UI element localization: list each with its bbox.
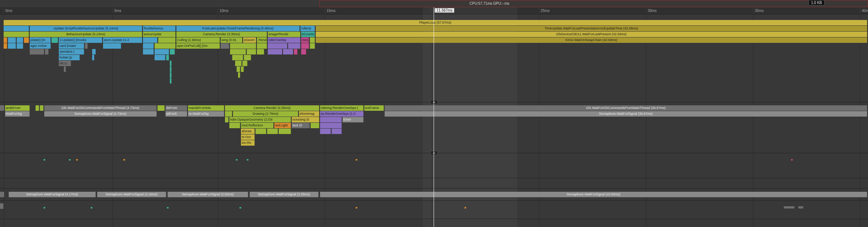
bar[interactable]: ndering.RenderOverlays ( xyxy=(320,105,364,111)
bar-update2[interactable]: 2.Update() [Invoke xyxy=(59,37,102,43)
bar[interactable] xyxy=(170,72,172,78)
bar[interactable] xyxy=(170,49,175,54)
bar[interactable]: nt Occ xyxy=(241,134,255,140)
bar[interactable] xyxy=(166,55,169,60)
bar[interactable] xyxy=(4,26,29,31)
bar[interactable] xyxy=(301,43,309,49)
bar[interactable] xyxy=(230,43,256,49)
main-thread-track[interactable]: PlayerLoop (57.67ms) Update.ScriptRunBeh… xyxy=(0,20,868,96)
bar[interactable] xyxy=(85,43,88,49)
bar[interactable] xyxy=(241,66,244,72)
bar-gfx-wait-commands[interactable]: Gfx.WaitForGfxCommandsFromMainThread (4.… xyxy=(44,105,157,111)
bar[interactable]: entFrame xyxy=(364,105,384,111)
bar[interactable] xyxy=(247,49,256,54)
bar[interactable] xyxy=(255,129,266,134)
bar-sema-wait[interactable]: Semaphore.WaitForSignal (4.73ms) xyxy=(44,111,157,117)
bar[interactable]: wing (0.91 xyxy=(221,37,242,43)
bar-deferred-reflection[interactable]: rred.Reflection xyxy=(241,123,274,128)
bar[interactable]: aviourUpdat xyxy=(143,32,176,37)
bar[interactable] xyxy=(0,203,4,209)
bar[interactable] xyxy=(267,129,278,134)
bar[interactable]: ion.Re xyxy=(241,140,255,146)
bar[interactable] xyxy=(30,49,44,54)
bar[interactable] xyxy=(52,37,58,43)
time-ruler[interactable]: 0ms 5ms 10ms 15ms 20ms 25ms 30ms 35ms 40… xyxy=(0,7,868,15)
bar[interactable]: nderOverlay xyxy=(268,37,300,43)
bar[interactable] xyxy=(0,192,4,197)
bar-sema-wait[interactable]: Semaphore.WaitForSignal (3.25ms) xyxy=(250,192,319,197)
bar-onprecull[interactable]: ayer.OnPreCull() [Inv xyxy=(176,43,220,49)
bar[interactable]: .RenderOver xyxy=(257,37,267,43)
bar[interactable] xyxy=(237,66,240,72)
bar[interactable] xyxy=(76,159,78,161)
track-collapse-toggle[interactable]: ▲ xyxy=(430,100,438,104)
bar[interactable] xyxy=(247,159,249,161)
bar[interactable] xyxy=(310,37,315,43)
bar-time-update-wait[interactable]: TimeUpdate.WaitForLastPresentationAndUpd… xyxy=(316,26,867,31)
bar[interactable] xyxy=(798,206,803,208)
bar[interactable] xyxy=(784,206,795,208)
bar[interactable] xyxy=(238,72,240,78)
bar[interactable]: mergeO xyxy=(301,37,309,43)
bar[interactable]: as.RenderOverlays (1.0 xyxy=(320,111,364,117)
bar[interactable] xyxy=(320,129,331,134)
bar-camera-render-rt[interactable]: Camera.Render (4.35ms) xyxy=(225,105,319,111)
render-thread-track[interactable]: andsFrom Gfx.WaitForGfxCommandsFromMainT… xyxy=(0,105,868,153)
bar[interactable] xyxy=(167,207,169,208)
bar[interactable] xyxy=(158,37,176,43)
bar[interactable] xyxy=(230,49,246,54)
bar[interactable] xyxy=(170,78,172,84)
bar[interactable] xyxy=(225,111,232,117)
bar[interactable] xyxy=(356,207,357,208)
bar[interactable] xyxy=(17,43,23,49)
bar-culling[interactable]: Culling (1.96ms) xyxy=(176,37,220,43)
bar[interactable]: eGeom xyxy=(243,37,256,43)
bar[interactable] xyxy=(45,49,49,54)
bar[interactable] xyxy=(257,49,264,54)
bar[interactable] xyxy=(8,37,16,43)
bar[interactable] xyxy=(239,207,241,208)
bar[interactable]: aforwa xyxy=(241,129,255,134)
bar[interactable] xyxy=(157,105,165,111)
bar[interactable] xyxy=(17,37,23,43)
bar[interactable]: WaitForSig xyxy=(5,111,30,117)
bar[interactable]: eCounts xyxy=(301,32,315,37)
bar[interactable] xyxy=(235,61,242,66)
bar[interactable]: rollers) xyxy=(300,26,315,31)
bar[interactable] xyxy=(311,123,319,128)
bar[interactable] xyxy=(143,43,154,49)
bar[interactable] xyxy=(36,105,39,111)
bar[interactable] xyxy=(288,43,300,49)
bar[interactable] xyxy=(143,37,157,43)
bar[interactable] xyxy=(92,49,96,54)
bar[interactable] xyxy=(279,129,291,134)
track-collapse-toggle[interactable]: ▲ xyxy=(430,151,438,155)
bar-dxgi-wait-swapchain[interactable]: DXGI.WaitOnSwapChain (42.93ms) xyxy=(316,37,867,43)
bar[interactable] xyxy=(232,55,243,60)
bar[interactable] xyxy=(143,49,154,54)
bar-hulate[interactable]: hulate [p xyxy=(59,55,80,60)
bar-gfx-wait-commands-2[interactable]: Gfx.WaitForGfxCommandsFromMainThread (39… xyxy=(385,105,867,111)
bar[interactable] xyxy=(229,123,240,128)
bar-oard-mater[interactable]: oard [mater xyxy=(59,43,84,49)
bar[interactable] xyxy=(4,43,7,49)
bar[interactable]: eforeImag xyxy=(299,111,319,117)
bar[interactable] xyxy=(170,61,172,66)
bar-drawing[interactable]: Drawing (2.78ms) xyxy=(233,111,298,117)
bar-sema-wait[interactable]: Semaphore.WaitForSignal (4.17ms) xyxy=(9,192,96,197)
bar[interactable] xyxy=(155,55,165,60)
bar-behaviour-update[interactable]: BehaviourUpdate (5.13ms) xyxy=(30,32,142,37)
bar[interactable] xyxy=(320,123,342,128)
frame-time-overview-bar[interactable] xyxy=(319,0,868,7)
bar[interactable] xyxy=(244,55,251,60)
bar[interactable]: ocessing (0 xyxy=(292,117,319,122)
bar[interactable] xyxy=(44,207,45,208)
bar-gfx-wait-last-present[interactable]: GfxDeviceD3D11.WaitForLastPresent (42.93… xyxy=(316,32,867,37)
bar[interactable]: ators.Update (1.4 xyxy=(103,37,142,43)
bar[interactable] xyxy=(170,66,172,72)
bar[interactable]: aitForS xyxy=(165,111,187,117)
bar[interactable] xyxy=(791,159,793,161)
bar[interactable] xyxy=(4,32,29,37)
bar[interactable] xyxy=(268,43,287,49)
bar-sema-wait[interactable]: Semaphore.WaitForSignal (3.16ms) xyxy=(97,192,166,197)
